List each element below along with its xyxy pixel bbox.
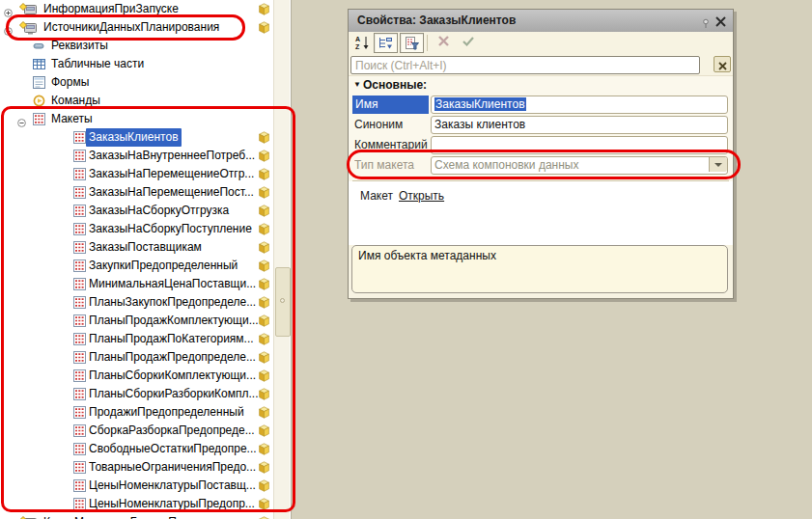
tree-scrollbar-thumb[interactable] — [275, 267, 291, 337]
tree-row[interactable]: ПланыСборкиРазборкиКомпл... — [0, 385, 273, 403]
property-value-field[interactable] — [431, 136, 728, 154]
dropdown-button[interactable] — [709, 157, 727, 172]
property-row: Комментарий — [349, 135, 733, 155]
metadata-tree: ИнформацияПриЗапускеИсточникиДанныхПлани… — [0, 0, 273, 519]
tree-row[interactable]: ПланыПродажПредопределе... — [0, 348, 273, 367]
tree-item-label[interactable]: Реквизиты — [48, 37, 111, 55]
tree-row[interactable]: ЗакупкиПредопределенный — [0, 257, 273, 275]
property-row: СинонимЗаказы клиентов — [349, 115, 733, 135]
expand-icon[interactable] — [4, 23, 13, 32]
cancel-edit-button[interactable] — [433, 33, 454, 53]
category-list-icon — [378, 36, 394, 51]
tree-row[interactable]: ЗаказыПоставщикам — [0, 238, 273, 257]
close-icon[interactable] — [714, 14, 727, 27]
tree-item-label[interactable]: ЗакупкиПредопределенный — [86, 257, 240, 275]
tree-row[interactable]: МинимальнаяЦенаПоставщи... — [0, 275, 273, 293]
show-important-only-button[interactable] — [400, 33, 424, 53]
tree-item-label[interactable]: Формы — [48, 73, 92, 92]
tree-item-label[interactable]: ТоварныеОграниченияПредо... — [86, 458, 259, 477]
tree-item-label[interactable]: ИнформацияПриЗапуске — [41, 0, 182, 18]
pin-icon[interactable] — [702, 15, 710, 26]
section-header-main[interactable]: ▼Основные: — [353, 78, 427, 92]
tree-row[interactable]: СвободныеОстаткиПредопре... — [0, 440, 273, 458]
tree-item-label[interactable]: ЦеныНоменклатурыПоставщ... — [86, 477, 259, 495]
property-value-field[interactable]: ЗаказыКлиентов — [431, 96, 728, 114]
expand-icon[interactable] — [4, 5, 13, 14]
tree-item-label[interactable]: ПланыПродажПредопределе... — [86, 348, 259, 367]
tree-item-label[interactable]: ПланыСборкиРазборкиКомпл... — [86, 385, 262, 403]
tree-row[interactable]: ЗаказыКлиентов — [0, 128, 273, 147]
tree-row[interactable]: СборкаРазборкаПредопреде... — [0, 422, 273, 440]
tree-row[interactable]: ТоварныеОграниченияПредо... — [0, 458, 273, 477]
tree-scrollbar[interactable] — [273, 0, 290, 519]
filter-page-icon — [404, 36, 420, 51]
tree-row[interactable]: Реквизиты — [0, 37, 273, 55]
tree-item-label[interactable]: ЗаказыПоставщикам — [86, 238, 205, 257]
property-value-field[interactable]: Заказы клиентов — [431, 116, 728, 134]
section-header-label: Основные: — [363, 78, 427, 92]
properties-titlebar[interactable]: Свойства: ЗаказыКлиентов — [349, 10, 733, 33]
tree-item-label[interactable]: СвободныеОстаткиПредопре... — [86, 440, 260, 458]
properties-panel: Свойства: ЗаказыКлиентов A Z — [348, 9, 734, 299]
property-value-field[interactable]: Схема компоновки данных — [431, 156, 728, 175]
property-label[interactable]: Комментарий — [354, 135, 428, 154]
metadata-tree-pane: ИнформацияПриЗапускеИсточникиДанныхПлани… — [0, 0, 292, 519]
tree-row[interactable]: ЗаказыНаПеремещениеПост... — [0, 183, 273, 202]
search-input[interactable] — [350, 56, 700, 74]
open-layout-link[interactable]: Открыть — [399, 189, 444, 203]
property-label[interactable]: Имя — [352, 96, 429, 114]
property-label[interactable]: Тип макета — [354, 155, 428, 175]
tree-item-label[interactable]: Макеты — [48, 110, 96, 128]
tree-item-label[interactable]: ЗаказыНаВнутреннееПотреб... — [86, 147, 258, 165]
tree-item-label[interactable]: ЗаказыНаПеремещениеОтгр... — [86, 165, 257, 183]
collapse-triangle-icon: ▼ — [353, 80, 361, 89]
tree-row[interactable]: ЗаказыНаСборкуОтгрузка — [0, 202, 273, 220]
tree-item-label[interactable]: ПродажиПредопределенный — [86, 403, 247, 422]
tree-item-label[interactable]: Табличные части — [48, 55, 147, 73]
tree-row[interactable]: ИсточникиДанныхПланирования — [0, 18, 273, 37]
tree-row[interactable]: ЗаказыНаПеремещениеОтгр... — [0, 165, 273, 183]
tree-item-label[interactable]: ПланыПродажКомплектующи... — [86, 312, 262, 330]
tree-item-label[interactable]: ЗаказыНаСборкуОтгрузка — [86, 202, 232, 220]
tree-item-label[interactable]: Команды — [48, 92, 103, 110]
tree-item-label[interactable]: КартаМаршрутаБизнесПроцесса — [41, 513, 223, 519]
svg-text:Z: Z — [355, 43, 360, 50]
properties-search-row — [349, 55, 733, 75]
collapse-icon[interactable] — [17, 115, 26, 123]
tree-row[interactable]: ПланыСборкиКомплектующи... — [0, 367, 273, 385]
tree-row[interactable]: ЦеныНоменклатурыПредопр... — [0, 495, 273, 513]
tree-row[interactable]: ПланыПродажКомплектующи... — [0, 312, 273, 330]
tree-row[interactable]: Макеты — [0, 110, 273, 128]
properties-toolbar: A Z — [349, 32, 733, 55]
tree-row[interactable]: Формы — [0, 73, 273, 92]
group-by-category-button[interactable] — [374, 33, 398, 53]
tree-item-label[interactable]: ЗаказыКлиентов — [86, 128, 182, 147]
tree-item-label[interactable]: СборкаРазборкаПредопреде... — [86, 422, 258, 440]
scrollbar-grip-icon — [280, 298, 285, 303]
property-row: ИмяЗаказыКлиентов — [349, 95, 733, 115]
tree-item-label[interactable]: ЦеныНоменклатурыПредопр... — [86, 495, 258, 513]
property-label[interactable]: Синоним — [354, 115, 428, 134]
tree-row[interactable]: Табличные части — [0, 55, 273, 73]
tree-row[interactable]: ЗаказыНаВнутреннееПотреб... — [0, 147, 273, 165]
tree-row[interactable]: Команды — [0, 92, 273, 110]
tree-item-label[interactable]: ЗаказыНаПеремещениеПост... — [86, 183, 257, 202]
value-text: Заказы клиентов — [434, 118, 525, 131]
tree-row[interactable]: ПродажиПредопределенный — [0, 403, 273, 422]
tree-item-label[interactable]: ЗаказыНаСборкуПоступление — [86, 220, 255, 238]
tree-row[interactable]: ПланыЗакупокПредопределе... — [0, 293, 273, 312]
tree-item-label[interactable]: МинимальнаяЦенаПоставщи... — [86, 275, 259, 293]
tree-row[interactable]: КартаМаршрутаБизнесПроцесса — [0, 513, 273, 519]
tree-item-label[interactable]: ПланыСборкиКомплектующи... — [86, 367, 259, 385]
tree-row[interactable]: ЗаказыНаСборкуПоступление — [0, 220, 273, 238]
sort-alphabetical-button[interactable]: A Z — [351, 33, 373, 53]
sort-az-icon: A Z — [354, 35, 371, 50]
tree-row[interactable]: ПланыПродажПоКатегориям... — [0, 330, 273, 348]
accept-edit-button[interactable] — [458, 33, 479, 53]
search-clear-button[interactable] — [714, 56, 731, 72]
tree-item-label[interactable]: ПланыПродажПоКатегориям... — [86, 330, 257, 348]
tree-item-label[interactable]: ИсточникиДанныхПланирования — [41, 18, 222, 37]
tree-row[interactable]: ЦеныНоменклатурыПоставщ... — [0, 477, 273, 495]
tree-item-label[interactable]: ПланыЗакупокПредопределе... — [86, 293, 259, 312]
tree-row[interactable]: ИнформацияПриЗапуске — [0, 0, 273, 18]
